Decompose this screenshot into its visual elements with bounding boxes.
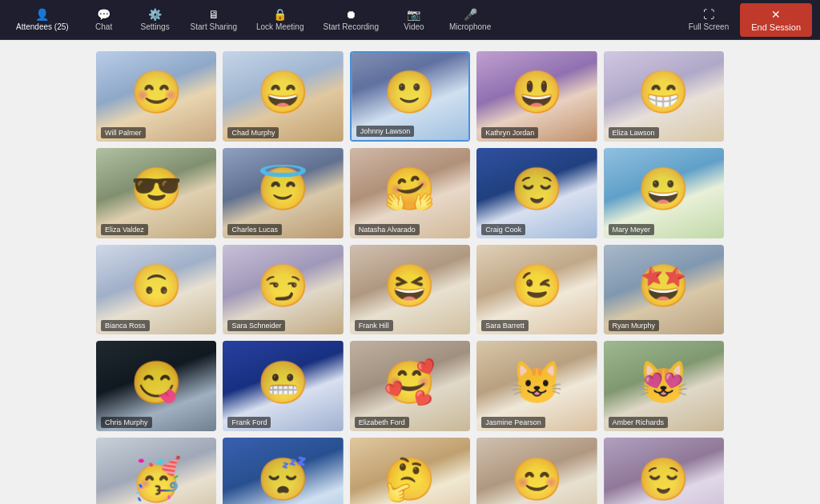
face-emoji: 😊: [511, 458, 563, 499]
face-emoji: 🥳: [131, 458, 183, 499]
participant-name: Bianca Ross: [101, 320, 150, 331]
participant-name: Chris Murphy: [101, 417, 152, 428]
video-tile[interactable]: 🙃Bianca Ross: [96, 245, 216, 335]
video-tile[interactable]: 😇Charles Lucas: [223, 148, 343, 238]
participant-name: Sara Barrett: [481, 320, 529, 331]
fullscreen-button[interactable]: Full Screen: [681, 5, 738, 34]
video-tile[interactable]: 😁Eliza Lawson: [604, 51, 724, 142]
chat-icon: [97, 7, 111, 21]
toolbar-right: Full Screen End Session: [681, 3, 812, 37]
mic-label: Microphone: [449, 22, 491, 31]
video-tile[interactable]: 😊Will Palmer: [96, 51, 216, 142]
share-label: Start Sharing: [191, 22, 237, 31]
face-emoji: 🤩: [637, 265, 689, 306]
participant-name: Ryan Murphy: [609, 320, 660, 331]
video-tile[interactable]: 😴Christine Sullivan: [223, 438, 343, 504]
participant-name: Amber Richards: [609, 417, 669, 428]
settings-button[interactable]: Settings: [131, 5, 179, 34]
participant-name: Frank Ford: [227, 417, 271, 428]
video-tile[interactable]: 🥳Joe Rivera: [96, 438, 216, 504]
participant-name: Kathryn Jordan: [481, 127, 538, 138]
video-tile[interactable]: 🙂Johnny Lawson: [350, 51, 470, 142]
face-emoji: 😀: [637, 168, 689, 210]
participant-name: Craig Cook: [481, 224, 525, 235]
face-emoji: 😻: [637, 362, 689, 403]
participant-name: Chad Murphy: [227, 127, 279, 138]
face-emoji: 😄: [257, 71, 309, 113]
video-tile[interactable]: 😺Jasmine Pearson: [476, 341, 597, 431]
start-sharing-button[interactable]: Start Sharing: [183, 5, 245, 34]
face-emoji: 😉: [511, 265, 563, 306]
attendees-label: Attendees (25): [16, 22, 69, 31]
video-tile[interactable]: 🤩Ryan Murphy: [604, 245, 724, 335]
participant-name: Elizabeth Ford: [355, 417, 409, 428]
video-tile[interactable]: 😊Andreas Rivera: [476, 438, 597, 504]
video-button[interactable]: Video: [390, 5, 438, 34]
start-recording-button[interactable]: Start Recording: [315, 5, 386, 34]
face-emoji: 😌: [511, 168, 563, 210]
face-emoji: 🙃: [131, 265, 183, 306]
fullscreen-icon: [703, 7, 714, 21]
face-emoji: 😇: [257, 168, 309, 210]
face-emoji: 😺: [511, 362, 563, 403]
face-emoji: 😬: [257, 362, 309, 403]
face-emoji: 🤗: [384, 168, 436, 210]
end-label: End Session: [751, 22, 801, 32]
face-emoji: 😌: [637, 458, 689, 499]
microphone-button[interactable]: Microphone: [441, 5, 499, 34]
video-tile[interactable]: 😎Eliza Valdez: [96, 148, 216, 238]
end-session-button[interactable]: End Session: [740, 3, 812, 37]
video-tile[interactable]: 😀Mary Meyer: [604, 148, 724, 238]
toolbar-left: Attendees (25) Chat Settings Start Shari…: [8, 5, 681, 34]
video-tile[interactable]: 😌Craig Cook: [476, 148, 597, 238]
attendees-button[interactable]: Attendees (25): [8, 5, 77, 34]
face-emoji: 🥰: [384, 362, 436, 403]
video-tile[interactable]: 😌Julie Wade: [604, 438, 724, 504]
chat-label: Chat: [95, 22, 112, 31]
video-tile[interactable]: 😄Chad Murphy: [223, 51, 343, 142]
lock-meeting-button[interactable]: Lock Meeting: [248, 5, 312, 34]
face-emoji: 😁: [637, 71, 689, 113]
toolbar: Attendees (25) Chat Settings Start Shari…: [0, 0, 820, 40]
face-emoji: 😴: [257, 458, 309, 499]
attendees-icon: [35, 7, 49, 21]
end-icon: [771, 8, 781, 21]
face-emoji: 😃: [511, 71, 563, 113]
lock-icon: [273, 7, 287, 21]
face-emoji: 😊: [131, 71, 183, 113]
participant-name: Jasmine Pearson: [481, 417, 545, 428]
face-emoji: 🤔: [384, 458, 436, 499]
video-tile[interactable]: 😋Chris Murphy: [96, 341, 216, 431]
face-emoji: 😆: [384, 265, 436, 306]
video-tile[interactable]: 😻Amber Richards: [604, 341, 724, 431]
lock-label: Lock Meeting: [256, 22, 303, 31]
participant-name: Charles Lucas: [227, 224, 282, 235]
video-tile[interactable]: 🥰Elizabeth Ford: [350, 341, 470, 431]
mic-icon: [464, 7, 477, 21]
video-tile[interactable]: 😬Frank Ford: [223, 341, 343, 431]
face-emoji: 😏: [257, 265, 309, 306]
participant-name: Eliza Valdez: [101, 224, 148, 235]
video-tile[interactable]: 😃Kathryn Jordan: [476, 51, 597, 142]
chat-button[interactable]: Chat: [80, 5, 128, 34]
video-tile[interactable]: 😆Frank Hill: [350, 245, 470, 335]
video-tile[interactable]: 😏Sara Schneider: [223, 245, 343, 335]
participant-name: Frank Hill: [355, 320, 393, 331]
video-grid: 😊Will Palmer😄Chad Murphy🙂Johnny Lawson😃K…: [96, 51, 724, 504]
video-tile[interactable]: 🤔Kevin Boyd: [350, 438, 470, 504]
face-emoji: 🙂: [384, 71, 436, 113]
video-tile[interactable]: 🤗Natasha Alvarado: [350, 148, 470, 238]
main-content: 😊Will Palmer😄Chad Murphy🙂Johnny Lawson😃K…: [0, 40, 820, 504]
settings-icon: [148, 7, 162, 21]
settings-label: Settings: [141, 22, 170, 31]
participant-name: Natasha Alvarado: [355, 224, 420, 235]
fullscreen-label: Full Screen: [689, 22, 730, 31]
record-icon: [345, 7, 356, 21]
record-label: Start Recording: [323, 22, 378, 31]
video-icon: [407, 7, 420, 21]
face-emoji: 😎: [131, 168, 183, 210]
video-tile[interactable]: 😉Sara Barrett: [476, 245, 597, 335]
participant-name: Eliza Lawson: [609, 127, 659, 138]
participant-name: Mary Meyer: [609, 224, 655, 235]
video-label: Video: [404, 22, 424, 31]
